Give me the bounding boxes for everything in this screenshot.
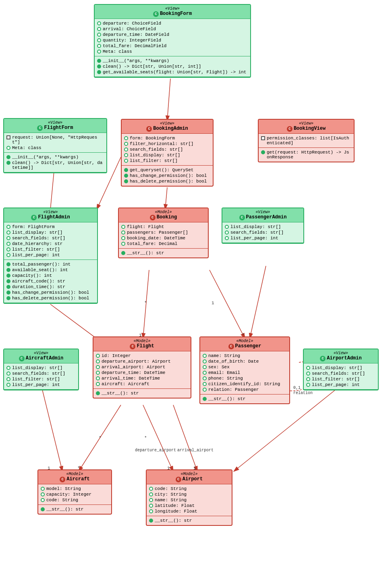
airport-methods: __str__(): str: [147, 516, 232, 525]
booking-methods: __str__(): str: [119, 249, 208, 257]
attr-longitude-ap: longitude: Float: [149, 509, 229, 514]
attr-model-ac: model: String: [41, 486, 109, 492]
svg-line-15: [143, 405, 173, 471]
attr-permission-classes: permission_classes: list[IsAuthenticated…: [261, 135, 351, 146]
attr-relation-p: relation: Passenger: [203, 387, 287, 392]
passenger-box: «Model» CPassenger name: String date_of_…: [199, 336, 290, 404]
booking-icon: C: [150, 215, 156, 220]
method-capacity: capacity(): int: [6, 273, 95, 278]
method-has-delete-ba: has_delete_permission(): bool: [124, 179, 210, 184]
booking-view-methods: get(request: HttpRequest) -> JsonRespons…: [259, 148, 354, 162]
svg-line-6: [143, 270, 149, 338]
svg-text:*: *: [144, 301, 147, 305]
passenger-icon: C: [228, 344, 234, 349]
booking-view-box: «View» CBookingView permission_classes: …: [258, 119, 355, 162]
booking-view-header: «View» CBookingView: [259, 120, 354, 134]
attr-code-ap: code: String: [149, 486, 229, 492]
flight-admin-methods: total_passenger(): int available_seat():…: [4, 260, 97, 303]
aircraft-attrs: model: String capacity: Integer code: St…: [38, 484, 111, 505]
svg-line-5: [50, 167, 54, 210]
booking-admin-box: «View» CBookingAdmin form: BookingForm f…: [121, 119, 214, 187]
attr-list-filter-ba: list_filter: str[]: [124, 158, 210, 164]
booking-admin-methods: get_queryset(): QuerySet has_change_perm…: [122, 166, 213, 186]
flight-header: «Model» CFlight: [93, 337, 191, 351]
flight-admin-attrs: form: FlightForm list_display: str[] sea…: [4, 222, 97, 260]
attr-search-ba: search_fields: str[]: [124, 147, 210, 152]
svg-text:*: *: [144, 436, 147, 440]
method-aircraft-code: aircraft_code(): str: [6, 278, 95, 284]
method-get-bv: get(request: HttpRequest) -> JsonRespons…: [261, 149, 351, 160]
aircraft-admin-attrs: list_display: str[] search_fields: str[]…: [4, 363, 78, 390]
passenger-admin-attrs: list_display: str[] search_fields: str[]…: [222, 222, 303, 243]
attr-sex-p: sex: Sex: [203, 364, 287, 370]
attr-form-ba: form: BookingForm: [124, 135, 210, 141]
method-str-b: __str__(): str: [121, 250, 205, 256]
passenger-admin-box: «View» CPassengerAdmin list_display: str…: [222, 208, 304, 244]
attr-arrival: arrival: ChoiceField: [97, 26, 248, 32]
attr-meta: Meta: class: [97, 49, 248, 54]
svg-line-17: [173, 405, 197, 471]
airport-header: «Model» CAirport: [147, 470, 232, 484]
method-str-p: __str__(): str: [203, 396, 287, 402]
flight-form-attrs: request: Union[None, "HttpRequest"] Meta…: [4, 133, 106, 153]
passenger-admin-name: PassengerAdmin: [246, 214, 287, 220]
method-has-change-fa: has_change_permission(): bool: [6, 290, 95, 295]
attr-passengers-b: passengers: Passenger[]: [121, 230, 205, 235]
flight-admin-icon: C: [31, 215, 37, 220]
attr-code-ac: code: String: [41, 497, 109, 503]
attr-search-aa: search_fields: str[]: [6, 371, 76, 376]
attr-total-fare-b: total_fare: Decimal: [121, 241, 205, 247]
flight-admin-stereotype: «View»: [6, 210, 95, 214]
airport-admin-icon: C: [320, 356, 326, 361]
flight-form-box: «View» CFlightForm request: Union[None, …: [3, 118, 107, 173]
attr-departure-time-f: departure_time: DateTime: [96, 370, 188, 376]
attr-list-per-page-aa: list_per_page: int: [6, 382, 76, 388]
flight-form-name: FlightForm: [44, 125, 73, 131]
attr-list-filter-apa: list_filter: str[]: [306, 376, 375, 382]
flight-form-icon: C: [37, 125, 43, 131]
flight-admin-box: «View» CFlightAdmin form: FlightForm lis…: [3, 208, 98, 304]
booking-admin-attrs: form: BookingForm filter_horizontal: str…: [122, 134, 213, 166]
attr-citizen-p: citizen_identify_id: String: [203, 381, 287, 387]
method-init-bf: __init__(*args, **kwargs): [97, 58, 248, 64]
attr-search-fa: search_fields: str[]: [6, 235, 95, 241]
booking-form-name: BookingForm: [160, 11, 192, 17]
airport-admin-attrs: list_display: str[] search_fields: str[]…: [304, 363, 378, 390]
aircraft-box: «Model» CAircraft model: String capacity…: [37, 469, 112, 515]
attr-total-fare: total_fare: DecimalField: [97, 43, 248, 49]
method-get-available-seats: get_available_seats(flight: Union[str, F…: [97, 69, 248, 75]
method-str-ap: __str__(): str: [149, 518, 229, 523]
svg-line-4: [165, 187, 167, 210]
attr-capacity-ac: capacity: Integer: [41, 492, 109, 497]
flight-form-header: «View» CFlightForm: [4, 119, 106, 133]
booking-view-name: BookingView: [294, 126, 326, 131]
attr-date-hierarchy: date_hierarchy: str: [6, 241, 95, 247]
booking-admin-icon: C: [146, 126, 152, 132]
svg-text:*: *: [99, 436, 102, 440]
method-available-seat: available_seat(): int: [6, 267, 95, 273]
aircraft-methods: __str__(): str: [38, 505, 111, 514]
aircraft-admin-box: «View» CAircraftAdmin list_display: str[…: [3, 349, 79, 390]
flight-methods: __str__(): str: [93, 389, 191, 398]
airport-admin-header: «View» CAirportAdmin: [304, 349, 378, 363]
svg-text:relation: relation: [293, 391, 313, 395]
attr-list-display-aa: list_display: str[]: [6, 365, 76, 371]
svg-line-2: [167, 79, 170, 121]
booking-form-stereotype: «View»: [97, 6, 248, 11]
attr-booking-date: booking_date: DateTime: [121, 235, 205, 241]
attr-meta-ff: Meta: class: [6, 145, 104, 151]
method-total-passenger: total_passenger(): int: [6, 262, 95, 267]
passenger-stereotype: «Model»: [203, 339, 287, 343]
aircraft-name: Aircraft: [66, 476, 90, 482]
airport-admin-box: «View» CAirportAdmin list_display: str[]…: [303, 349, 379, 390]
svg-line-12: [79, 405, 121, 471]
attr-email-p: email: Email: [203, 370, 287, 376]
passenger-header: «Model» CPassenger: [200, 337, 289, 351]
attr-list-per-page-apa: list_per_page: int: [306, 382, 375, 388]
svg-text:0,1: 0,1: [293, 386, 301, 390]
booking-admin-stereotype: «View»: [124, 121, 210, 126]
attr-request-ff: request: Union[None, "HttpRequest"]: [6, 135, 104, 145]
airport-attrs: code: String city: String name: String l…: [147, 484, 232, 516]
attr-name-p: name: String: [203, 353, 287, 359]
attr-list-per-page-pa: list_per_page: int: [225, 235, 301, 241]
